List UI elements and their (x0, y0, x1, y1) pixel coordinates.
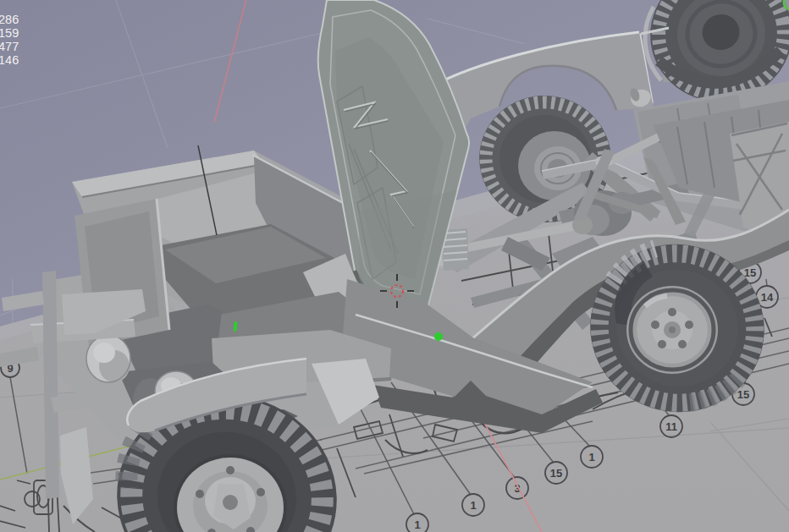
svg-text:286: 286 (0, 13, 19, 26)
svg-text:15: 15 (744, 266, 756, 279)
svg-text:159: 159 (0, 26, 19, 40)
svg-text:1: 1 (414, 518, 420, 531)
svg-text:14: 14 (761, 291, 774, 304)
svg-text:15: 15 (550, 467, 562, 480)
svg-text:1: 1 (470, 499, 476, 512)
svg-text:15: 15 (737, 388, 749, 401)
svg-text:11: 11 (665, 420, 677, 433)
svg-text:1: 1 (588, 451, 594, 463)
svg-text:146: 146 (0, 53, 19, 67)
svg-text:477: 477 (0, 40, 19, 53)
